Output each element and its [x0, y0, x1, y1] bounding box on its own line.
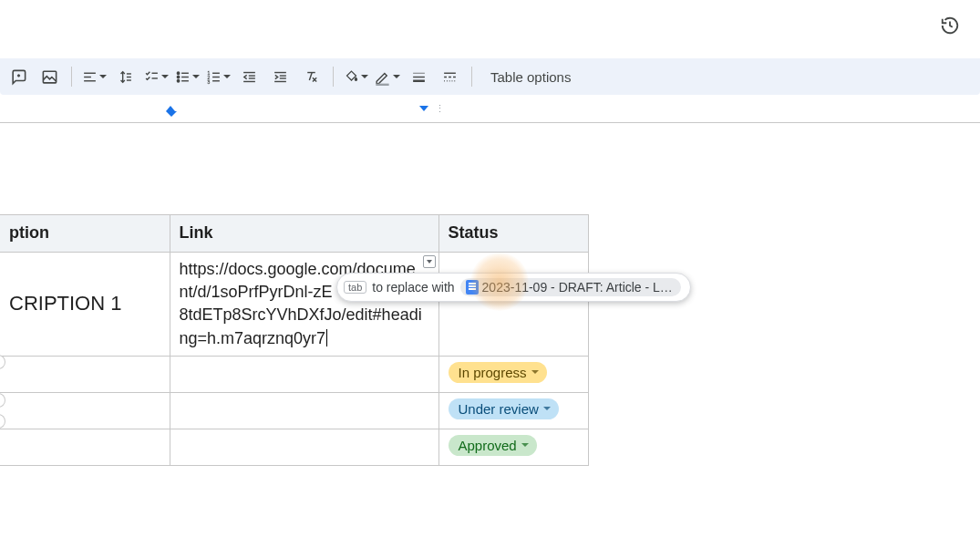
insert-image-button[interactable]: [36, 64, 62, 89]
link-cell[interactable]: [170, 356, 438, 392]
status-chip-label: Approved: [459, 438, 517, 453]
bulleted-list-dropdown[interactable]: [174, 64, 200, 89]
smart-chip-suggestion[interactable]: tab to replace with 2023-11-09 - DRAFT: …: [336, 273, 691, 302]
document-table: ption Link Status CRIPTION 1 https://doc…: [0, 214, 589, 466]
link-cell[interactable]: [170, 392, 438, 429]
status-chip-label: Under review: [459, 401, 539, 417]
svg-text:2: 2: [207, 75, 210, 79]
fill-color-dropdown[interactable]: [343, 64, 368, 89]
column-header-status[interactable]: Status: [438, 215, 588, 253]
column-header-link[interactable]: Link: [170, 215, 438, 253]
increase-indent-button[interactable]: [267, 64, 293, 89]
status-cell[interactable]: Approved: [438, 429, 588, 465]
status-cell[interactable]: [438, 253, 588, 357]
status-chip-in-progress[interactable]: In progress: [449, 362, 547, 383]
suggestion-text: to replace with: [372, 280, 454, 295]
status-chip-label: In progress: [459, 365, 527, 380]
table-options-button[interactable]: Table options: [481, 69, 580, 85]
tab-key-badge: tab: [344, 281, 366, 294]
numbered-list-dropdown[interactable]: 123: [205, 64, 231, 89]
description-cell[interactable]: CRIPTION 1: [0, 253, 170, 357]
svg-rect-36: [376, 83, 388, 85]
link-cell[interactable]: https://docs.google.com/docume nt/d/1soP…: [170, 253, 438, 357]
description-cell[interactable]: [0, 429, 170, 465]
status-chip-under-review[interactable]: Under review: [449, 398, 559, 419]
last-edit-history-button[interactable]: [936, 12, 964, 39]
status-cell[interactable]: In progress: [438, 356, 588, 392]
clear-formatting-button[interactable]: [298, 64, 324, 89]
indent-marker-left[interactable]: [166, 106, 177, 117]
svg-line-33: [309, 72, 312, 80]
svg-point-14: [177, 79, 179, 81]
link-text-line: ng=h.m7aqrznq0yr7: [180, 329, 328, 347]
toolbar: 123 Table options: [0, 58, 980, 95]
column-header-description[interactable]: ption: [0, 215, 170, 253]
indent-marker-right[interactable]: [419, 106, 428, 111]
svg-point-13: [177, 76, 179, 78]
column-grip-icon[interactable]: ⋮: [435, 103, 443, 115]
ruler: ⋮: [0, 95, 980, 123]
link-text-line: 8tdETp8SrcYVhDXfJo/edit#headi: [180, 305, 422, 324]
svg-text:1: 1: [207, 70, 210, 75]
decrease-indent-button[interactable]: [236, 64, 262, 89]
status-chip-approved[interactable]: Approved: [449, 435, 537, 456]
svg-text:3: 3: [207, 79, 210, 84]
svg-point-12: [177, 72, 179, 74]
border-width-button[interactable]: [406, 64, 431, 89]
link-cell[interactable]: [170, 429, 438, 465]
cell-dropdown-icon[interactable]: [423, 255, 436, 268]
align-dropdown[interactable]: [81, 64, 107, 89]
checklist-dropdown[interactable]: [143, 64, 169, 89]
line-spacing-dropdown[interactable]: [112, 64, 138, 89]
suggested-doc-title: 2023-11-09 - DRAFT: Article - L…: [482, 280, 673, 295]
docs-icon: [466, 280, 479, 295]
border-dash-button[interactable]: [437, 64, 462, 89]
link-text-line: nt/d/1soPrfPyrDnl-zE: [180, 283, 333, 301]
border-color-dropdown[interactable]: [374, 64, 400, 89]
suggested-doc-chip[interactable]: 2023-11-09 - DRAFT: Article - L…: [460, 278, 681, 296]
status-cell[interactable]: Under review: [438, 392, 588, 429]
comment-button[interactable]: [5, 64, 31, 89]
description-cell[interactable]: [0, 356, 170, 392]
description-cell[interactable]: [0, 392, 170, 429]
